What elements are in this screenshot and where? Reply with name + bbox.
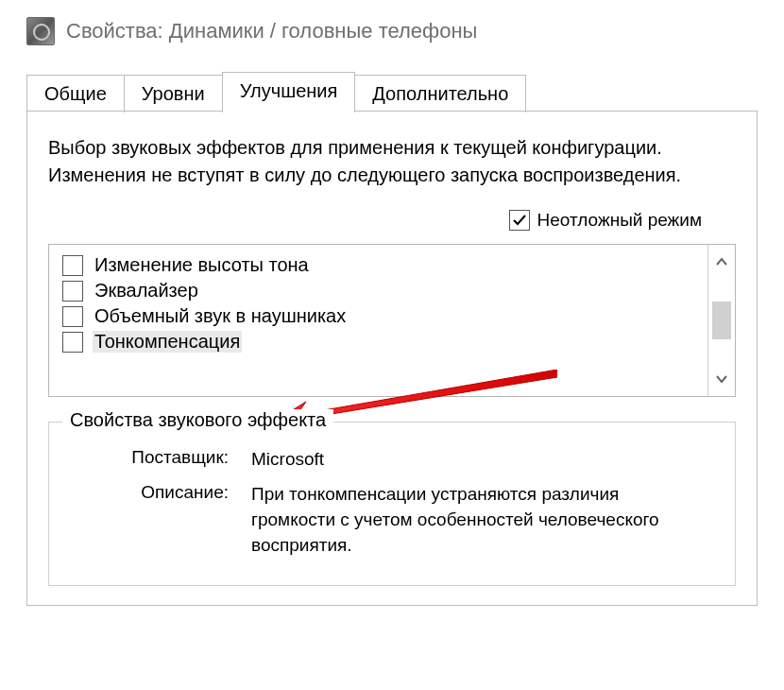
vendor-row: Поставщик: Microsoft	[68, 447, 716, 473]
effect-checkbox[interactable]	[62, 306, 83, 327]
tab-levels[interactable]: Уровни	[124, 75, 223, 112]
effect-properties-group: Свойства звукового эффекта Поставщик: Mi…	[48, 422, 736, 586]
effect-checkbox[interactable]	[62, 332, 83, 353]
effect-loudness-equalization[interactable]: Тонкомпенсация	[59, 329, 698, 354]
tab-enhancements[interactable]: Улучшения	[222, 72, 356, 112]
chevron-down-icon	[715, 372, 728, 386]
scroll-down-button[interactable]	[708, 362, 735, 396]
effect-checkbox[interactable]	[62, 255, 83, 276]
effect-label: Эквалайзер	[93, 280, 200, 302]
tab-general[interactable]: Общие	[26, 75, 125, 112]
scroll-thumb[interactable]	[712, 302, 731, 339]
effect-pitch-shift[interactable]: Изменение высоты тона	[59, 252, 698, 278]
tab-strip: Общие Уровни Улучшения Дополнительно	[26, 72, 784, 111]
tab-advanced[interactable]: Дополнительно	[354, 75, 526, 112]
vendor-value: Microsoft	[251, 447, 686, 473]
description-row: Описание: При тонкомпенсации устраняются…	[68, 482, 716, 559]
description-label: Описание:	[68, 482, 251, 559]
scrollbar[interactable]	[707, 245, 735, 396]
effects-listbox: Изменение высоты тона Эквалайзер Объемны…	[48, 244, 736, 397]
chevron-up-icon	[715, 255, 728, 268]
tab-content: Выбор звуковых эффектов для применения к…	[26, 111, 758, 606]
description-value: При тонкомпенсации устраняются различия …	[251, 482, 686, 559]
titlebar: Свойства: Динамики / головные телефоны	[0, 0, 784, 55]
urgent-mode-checkbox[interactable]	[509, 210, 530, 231]
effects-list: Изменение высоты тона Эквалайзер Объемны…	[49, 245, 707, 396]
effect-label: Изменение высоты тона	[93, 254, 311, 276]
effect-label: Объемный звук в наушниках	[93, 305, 348, 327]
properties-window: Свойства: Динамики / головные телефоны О…	[0, 0, 784, 690]
scroll-up-button[interactable]	[708, 245, 735, 279]
description-text: Выбор звуковых эффектов для применения к…	[48, 134, 700, 189]
vendor-label: Поставщик:	[68, 447, 251, 473]
checkmark-icon	[512, 213, 527, 228]
urgent-mode-label: Неотложный режим	[537, 210, 702, 231]
effect-headphone-surround[interactable]: Объемный звук в наушниках	[59, 303, 698, 329]
effect-checkbox[interactable]	[62, 281, 83, 302]
speaker-icon	[26, 17, 55, 45]
effect-label: Тонкомпенсация	[93, 331, 242, 353]
group-title: Свойства звукового эффекта	[62, 409, 333, 431]
urgent-mode-row: Неотложный режим	[48, 210, 736, 231]
window-title: Свойства: Динамики / головные телефоны	[66, 19, 477, 43]
effect-equalizer[interactable]: Эквалайзер	[59, 278, 698, 303]
